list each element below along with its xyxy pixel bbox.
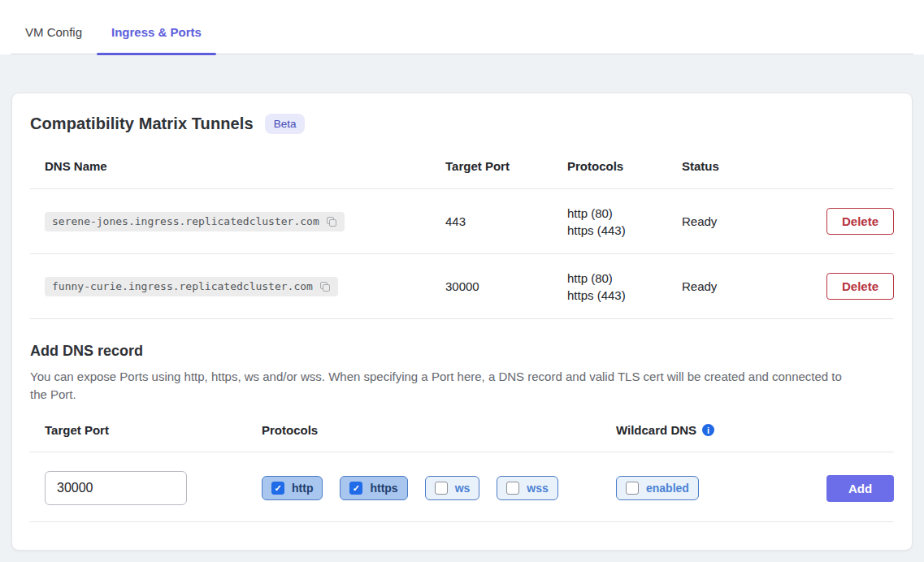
protocol-line: http (80) — [567, 205, 682, 222]
checkbox-icon: ✓ — [271, 482, 284, 495]
tunnels-table: DNS Name Target Port Protocols Status se… — [30, 144, 894, 319]
chip-label: https — [370, 482, 397, 495]
chip-label: ws — [455, 482, 471, 495]
form-header-protocols: Protocols — [262, 423, 616, 437]
chip-label: http — [292, 482, 313, 495]
add-dns-record-title: Add DNS record — [30, 343, 894, 360]
tab-ingress-ports[interactable]: Ingress & Ports — [97, 25, 216, 54]
row-protocols: http (80) https (443) — [567, 205, 682, 239]
chip-label: enabled — [646, 482, 689, 495]
protocol-line: https (443) — [567, 287, 682, 304]
target-port-input[interactable] — [45, 471, 187, 505]
form-header-target-port: Target Port — [30, 423, 262, 437]
protocol-checkbox-https[interactable]: ✓ https — [340, 476, 407, 500]
wildcard-enabled-checkbox[interactable]: ✓ enabled — [616, 476, 699, 500]
tab-bar: VM Config Ingress & Ports — [0, 0, 924, 54]
form-row: ✓ http ✓ https ✓ ws ✓ wss ✓ — [30, 471, 894, 505]
checkbox-icon: ✓ — [349, 482, 362, 495]
card-title: Compatibility Matrix Tunnels — [30, 115, 254, 133]
dns-name-pill: serene-jones.ingress.replicatedcluster.c… — [45, 212, 345, 231]
protocol-line: https (443) — [567, 222, 682, 239]
row-protocols: http (80) https (443) — [567, 270, 682, 304]
wildcard-dns-label: Wildcard DNS — [616, 423, 696, 437]
delete-button[interactable]: Delete — [826, 273, 894, 300]
info-icon[interactable]: i — [702, 424, 714, 436]
row-target-port: 30000 — [445, 279, 567, 293]
tab-vm-config[interactable]: VM Config — [11, 25, 97, 54]
page-content: Compatibility Matrix Tunnels Beta DNS Na… — [0, 54, 924, 562]
protocol-checkbox-wss[interactable]: ✓ wss — [497, 476, 557, 500]
protocol-line: http (80) — [567, 270, 682, 287]
header-status: Status — [682, 159, 778, 173]
row-target-port: 443 — [445, 214, 567, 228]
table-row: serene-jones.ingress.replicatedcluster.c… — [30, 189, 894, 254]
copy-icon[interactable] — [325, 215, 338, 228]
table-row: funny-curie.ingress.replicatedcluster.co… — [30, 254, 894, 319]
row-status: Ready — [682, 279, 778, 293]
protocol-checkbox-ws[interactable]: ✓ ws — [425, 476, 480, 500]
checkbox-icon: ✓ — [435, 482, 448, 495]
add-button[interactable]: Add — [826, 475, 894, 502]
checkbox-icon: ✓ — [506, 482, 519, 495]
card-title-row: Compatibility Matrix Tunnels Beta — [30, 114, 894, 134]
dns-name-text: funny-curie.ingress.replicatedcluster.co… — [52, 280, 313, 292]
add-dns-record-description: You can expose Ports using http, https, … — [30, 368, 849, 404]
row-status: Ready — [682, 214, 778, 228]
header-protocols: Protocols — [567, 159, 682, 173]
protocol-checkbox-http[interactable]: ✓ http — [262, 476, 323, 500]
beta-badge: Beta — [265, 114, 306, 134]
tunnels-card: Compatibility Matrix Tunnels Beta DNS Na… — [11, 93, 913, 551]
table-header-row: DNS Name Target Port Protocols Status — [30, 144, 894, 189]
dns-name-pill: funny-curie.ingress.replicatedcluster.co… — [45, 277, 338, 296]
checkbox-icon: ✓ — [626, 482, 639, 495]
delete-button[interactable]: Delete — [826, 208, 894, 235]
dns-name-text: serene-jones.ingress.replicatedcluster.c… — [52, 215, 319, 227]
chip-label: wss — [527, 482, 548, 495]
form-header-wildcard: Wildcard DNS i — [616, 423, 810, 437]
header-target-port: Target Port — [445, 159, 567, 173]
form-header-row: Target Port Protocols Wildcard DNS i — [30, 423, 894, 452]
header-dns-name: DNS Name — [30, 159, 445, 173]
protocol-chips: ✓ http ✓ https ✓ ws ✓ wss — [262, 476, 616, 500]
copy-icon[interactable] — [319, 280, 332, 293]
card-footer-divider — [30, 521, 894, 542]
